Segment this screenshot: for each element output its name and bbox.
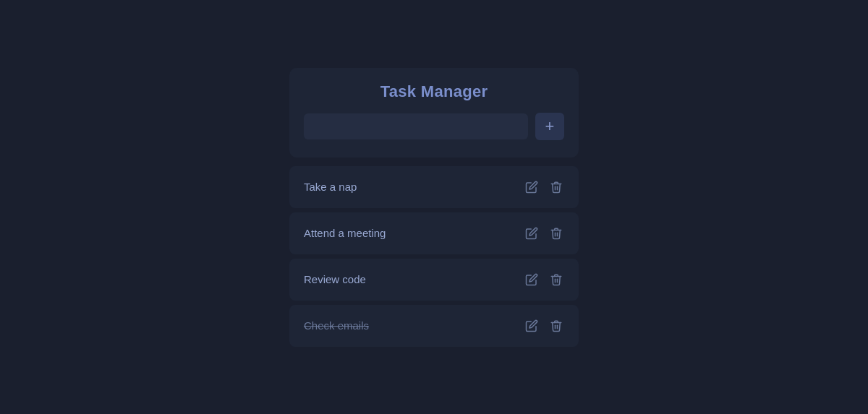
task-item: Review code [289, 259, 579, 301]
task-actions [524, 318, 564, 334]
task-input[interactable] [304, 113, 528, 139]
edit-task-button[interactable] [524, 225, 540, 241]
edit-icon [525, 273, 538, 286]
plus-icon: + [545, 117, 555, 136]
app-title: Task Manager [304, 82, 564, 101]
edit-task-button[interactable] [524, 318, 540, 334]
task-label: Take a nap [304, 181, 357, 193]
task-actions [524, 179, 564, 195]
main-container: Task Manager + Take a nap Attend a meeti… [289, 68, 579, 347]
delete-icon [550, 273, 563, 286]
task-item: Check emails [289, 305, 579, 347]
task-item: Take a nap [289, 166, 579, 208]
edit-task-button[interactable] [524, 272, 540, 288]
delete-icon [550, 319, 563, 332]
add-task-button[interactable]: + [535, 113, 564, 140]
edit-icon [525, 181, 538, 194]
delete-task-button[interactable] [548, 179, 564, 195]
delete-task-button[interactable] [548, 272, 564, 288]
task-label: Attend a meeting [304, 227, 386, 239]
task-item: Attend a meeting [289, 212, 579, 254]
edit-icon [525, 227, 538, 240]
delete-task-button[interactable] [548, 225, 564, 241]
delete-task-button[interactable] [548, 318, 564, 334]
delete-icon [550, 227, 563, 240]
delete-icon [550, 181, 563, 194]
header-card: Task Manager + [289, 68, 579, 158]
task-actions [524, 272, 564, 288]
task-actions [524, 225, 564, 241]
edit-task-button[interactable] [524, 179, 540, 195]
task-label: Check emails [304, 319, 369, 332]
input-row: + [304, 113, 564, 140]
task-label: Review code [304, 273, 366, 285]
edit-icon [525, 319, 538, 332]
tasks-list: Take a nap Attend a meeting Review code [289, 166, 579, 347]
